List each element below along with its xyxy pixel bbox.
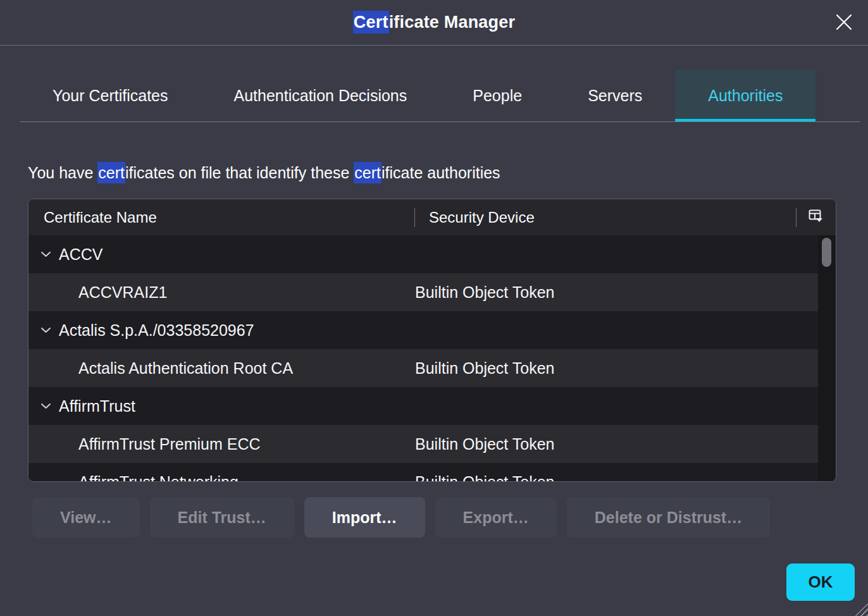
delete-distrust-button: Delete or Distrust…	[567, 497, 770, 538]
scrollbar-thumb[interactable]	[822, 238, 831, 267]
table-body: ACCV ACCVRAIZ1 Builtin Object Token Acta…	[28, 235, 836, 481]
export-button: Export…	[435, 497, 557, 538]
table-row[interactable]: AffirmTrust Networking Builtin Object To…	[28, 463, 818, 481]
cert-name: AffirmTrust Premium ECC	[78, 435, 261, 453]
table-row[interactable]: Actalis S.p.A./03358520967	[28, 311, 818, 349]
description-find-highlight: cert	[97, 162, 125, 183]
cert-name: ACCV	[59, 245, 102, 264]
table-row[interactable]: AffirmTrust Premium ECC Builtin Object T…	[28, 425, 818, 463]
description-text: You have	[28, 164, 97, 182]
column-picker-button[interactable]	[797, 199, 836, 235]
table-header: Certificate Name Security Device	[28, 199, 836, 235]
tab-label: Your Certificates	[53, 87, 168, 105]
description-text: ificate authorities	[381, 164, 500, 182]
chevron-down-icon[interactable]	[40, 326, 52, 334]
security-device-cell: Builtin Object Token	[415, 435, 818, 453]
cert-name-cell: Actalis S.p.A./03358520967	[28, 321, 415, 340]
table-row[interactable]: ACCVRAIZ1 Builtin Object Token	[28, 273, 818, 311]
table-rows: ACCV ACCVRAIZ1 Builtin Object Token Acta…	[28, 235, 818, 481]
chevron-down-icon[interactable]	[40, 250, 52, 258]
dialog-titlebar: Certificate Manager	[0, 0, 868, 46]
tab-authorities[interactable]: Authorities	[675, 70, 815, 121]
table-scrollbar[interactable]	[818, 235, 836, 481]
description: You have certificates on file that ident…	[28, 164, 840, 182]
ok-button[interactable]: OK	[786, 564, 855, 601]
cert-name-cell: AffirmTrust Networking	[28, 473, 415, 482]
tab-people[interactable]: People	[440, 70, 555, 121]
cert-name: Actalis Authentication Root CA	[78, 359, 293, 378]
certificate-table: Certificate Name Security Device	[28, 199, 836, 482]
cert-name-cell: ACCVRAIZ1	[28, 283, 415, 302]
action-buttons: View… Edit Trust… Import… Export… Delete…	[32, 497, 840, 538]
cert-name: Actalis S.p.A./03358520967	[59, 321, 254, 340]
dialog-title: Certificate Manager	[353, 13, 515, 32]
view-button: View…	[32, 497, 140, 538]
tab-label: Authorities	[708, 87, 783, 105]
title-find-highlight: Cert	[353, 11, 389, 34]
tab-label: Authentication Decisions	[234, 87, 407, 105]
tab-bar: Your Certificates Authentication Decisio…	[20, 70, 860, 122]
description-text: ificates on file that identify these	[125, 164, 354, 182]
cert-name: AffirmTrust	[59, 397, 135, 416]
table-row[interactable]: Actalis Authentication Root CA Builtin O…	[28, 349, 818, 387]
tab-label: Servers	[588, 87, 642, 105]
description-find-highlight: cert	[354, 162, 381, 183]
column-header-security-device[interactable]: Security Device	[415, 209, 796, 226]
import-button[interactable]: Import…	[304, 497, 425, 538]
tab-authentication-decisions[interactable]: Authentication Decisions	[201, 70, 440, 121]
security-device-cell: Builtin Object Token	[415, 359, 818, 378]
cert-name: ACCVRAIZ1	[78, 283, 167, 302]
close-button[interactable]	[831, 10, 857, 35]
close-icon	[834, 13, 853, 34]
cert-name-cell: ACCV	[28, 245, 415, 264]
tab-label: People	[473, 87, 522, 105]
cert-name-cell: AffirmTrust	[28, 397, 415, 416]
column-picker-icon	[809, 209, 824, 225]
tab-your-certificates[interactable]: Your Certificates	[20, 70, 201, 121]
security-device-cell: Builtin Object Token	[415, 473, 818, 482]
cert-name-cell: Actalis Authentication Root CA	[28, 359, 415, 378]
table-row[interactable]: ACCV	[28, 235, 818, 273]
cert-name-cell: AffirmTrust Premium ECC	[28, 435, 415, 453]
tab-servers[interactable]: Servers	[555, 70, 675, 121]
edit-trust-button: Edit Trust…	[150, 497, 294, 538]
security-device-cell: Builtin Object Token	[415, 283, 818, 302]
chevron-down-icon[interactable]	[40, 402, 52, 410]
cert-name: AffirmTrust Networking	[78, 473, 239, 482]
table-row[interactable]: AffirmTrust	[28, 387, 818, 425]
resize-handle[interactable]	[852, 600, 868, 616]
title-text: ificate Manager	[389, 13, 516, 32]
column-header-certificate-name[interactable]: Certificate Name	[28, 209, 414, 226]
